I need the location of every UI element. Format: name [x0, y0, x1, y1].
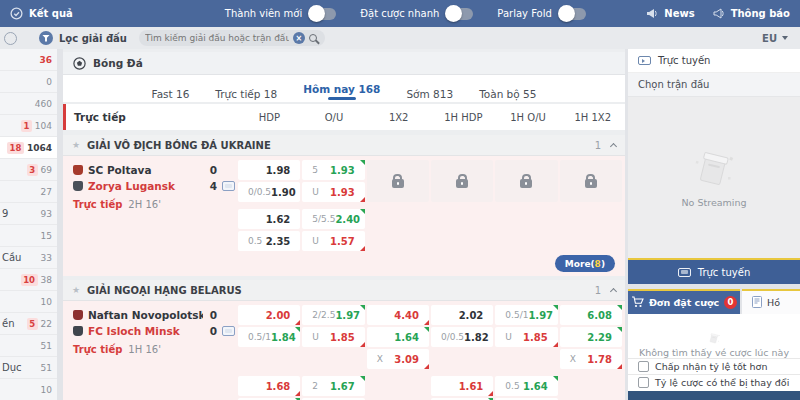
sidebar-sport-item[interactable]: 0 [0, 71, 57, 93]
more-label: More( [565, 259, 595, 269]
sidebar-sport-item[interactable]: 15 [0, 225, 57, 247]
collapse-chevron-icon[interactable] [611, 286, 616, 294]
match-tab[interactable]: Hôm nay 168 [303, 83, 380, 102]
accept-better-odds-checkbox[interactable]: Chấp nhận tỷ lệ tốt hơn [628, 358, 800, 374]
new-member-toggle[interactable] [310, 8, 336, 20]
betslip-tab[interactable]: Đơn đặt cược 0 [628, 289, 740, 314]
odds-column [559, 159, 623, 203]
clear-search-icon[interactable] [293, 32, 305, 44]
filter-league-label[interactable]: Lọc giải đấu [59, 33, 127, 44]
odds-may-change-checkbox[interactable]: Tỷ lệ cược có thể bị thay đổi [628, 374, 800, 390]
sidebar-sport-item[interactable]: 10 [0, 379, 57, 400]
odds-column [494, 208, 558, 252]
odds-value: 1.62 [266, 214, 301, 225]
search-icon[interactable] [309, 34, 317, 42]
favorite-star-icon[interactable] [72, 285, 80, 295]
sidebar-sport-item[interactable]: 369 [0, 159, 57, 181]
chevron-down-icon [782, 36, 788, 40]
sidebar-sport-item[interactable]: 51 [0, 335, 57, 357]
odds-block: 1.980/0.51.9051.93U1.93 [237, 159, 623, 203]
odds-cell[interactable]: 2/2.51.97 [302, 305, 364, 325]
sidebar-sport-item[interactable]: 181064 [0, 137, 57, 159]
parlay-fold-toggle[interactable] [560, 8, 586, 20]
odds-cell[interactable]: 0.5/11.97 [495, 305, 557, 325]
odds-cell[interactable]: 1.61 [431, 376, 493, 396]
odds-cell[interactable]: 0.52.35 [238, 231, 300, 251]
sidebar-sport-item[interactable]: 1038 [0, 269, 57, 291]
search-input[interactable] [145, 33, 289, 43]
odds-value: 2.00 [266, 310, 301, 321]
odds-cell[interactable]: U1.85 [302, 327, 364, 347]
league-header[interactable]: GIẢI VÔ ĐỊCH BÓNG ĐÁ UKRAINE1 [63, 135, 625, 156]
odds-cell[interactable]: 2.02 [431, 305, 493, 325]
odds-cell[interactable]: 0.5/11.84 [238, 327, 300, 347]
sidebar-sport-item[interactable]: Cầu33 [0, 247, 57, 269]
secondary-tab[interactable]: Hồ [742, 289, 800, 314]
match-tabs: Fast 16Trực tiếp 18Hôm nay 168Sớm 813Toà… [63, 75, 625, 102]
home-crest-icon [73, 165, 83, 175]
sidebar-sport-item[interactable]: ền522 [0, 313, 57, 335]
match-info[interactable]: Naftan Novopolotsk0FC Isloch Minsk0Trực … [65, 304, 237, 400]
live-count-badge: 5 [27, 318, 38, 330]
odds-cell[interactable]: U1.93 [302, 182, 364, 202]
odds-line: 0.5 [495, 381, 523, 391]
odds-cell[interactable]: 4.40 [367, 305, 429, 325]
league-header[interactable]: GIẢI NGOẠI HẠNG BELARUS1 [63, 280, 625, 301]
odds-format-dropdown[interactable]: EU [762, 33, 800, 44]
match-tab[interactable]: Trực tiếp 18 [215, 88, 277, 102]
collapse-chevron-icon[interactable] [611, 141, 616, 149]
sidebar-sport-item[interactable]: 1104 [0, 115, 57, 137]
odds-cell[interactable]: 51.93 [302, 160, 364, 180]
live-tv-icon[interactable] [222, 181, 235, 191]
lock-icon [585, 179, 597, 188]
odds-cell[interactable]: U1.57 [302, 231, 364, 251]
sidebar-sport-item[interactable]: Dục51 [0, 357, 57, 379]
odds-cell[interactable]: 1.68 [238, 376, 300, 396]
odds-line: X [560, 354, 588, 364]
odds-cell[interactable]: 21.67 [302, 376, 364, 396]
favorite-star-icon[interactable] [72, 140, 80, 150]
sport-header: Bóng Đá [63, 52, 625, 75]
odds-cell[interactable]: 2.00 [238, 305, 300, 325]
odds-value: 1.64 [394, 332, 429, 343]
checkbox-icon[interactable] [638, 361, 649, 372]
match-tab[interactable]: Toàn bộ 55 [479, 88, 536, 102]
match-select[interactable]: Chọn trận đấu [628, 73, 800, 97]
odds-cell[interactable]: 0.51.64 [495, 376, 557, 396]
odds-block: 1.6812.1921.67U2.171.610.52.290.51.64U2.… [237, 375, 623, 400]
match-tab[interactable]: Fast 16 [152, 88, 190, 102]
odds-cell[interactable]: 5/5.52.40 [302, 209, 364, 229]
odds-cell[interactable]: X3.09 [367, 349, 429, 369]
match-info[interactable]: SC Poltava0Zorya Lugansk4Trực tiếp2H 16' [65, 159, 237, 274]
live-tv-icon[interactable] [222, 326, 235, 336]
sidebar-sport-item[interactable]: 10 [0, 291, 57, 313]
notice-link[interactable]: Thông báo [713, 8, 790, 19]
odds-cell[interactable]: 0/0.51.82 [431, 327, 493, 347]
stream-button[interactable]: Trực tuyến [628, 258, 800, 284]
news-link[interactable]: News [646, 8, 694, 19]
results-link[interactable]: Kết quả [10, 7, 73, 20]
odds-column: 21.67U2.17 [301, 375, 365, 400]
more-bets-button[interactable]: More(8) [555, 255, 615, 272]
odds-cell[interactable]: 0/0.51.90 [238, 182, 300, 202]
quick-bet-toggle[interactable] [447, 8, 473, 20]
sidebar-sport-item[interactable]: 993 [0, 203, 57, 225]
sidebar-sport-item[interactable]: 27 [0, 181, 57, 203]
odds-cell[interactable]: 1.64 [367, 327, 429, 347]
match-row: Naftan Novopolotsk0FC Isloch Minsk0Trực … [63, 301, 625, 400]
odds-cell[interactable]: 1.62 [238, 209, 300, 229]
sidebar-sport-item[interactable]: 36 [0, 49, 57, 71]
checkbox-icon[interactable] [638, 377, 649, 388]
odds-value: 1.97 [335, 310, 370, 321]
odds-cell[interactable]: X1.78 [560, 349, 622, 369]
odds-cell[interactable]: 6.08 [560, 305, 622, 325]
sport-circle-icon[interactable] [4, 32, 17, 45]
sidebar-sport-item[interactable]: 460 [0, 93, 57, 115]
match-tab[interactable]: Sớm 813 [406, 88, 453, 102]
odds-cell[interactable]: 1.98 [238, 160, 300, 180]
odds-cell[interactable]: U1.85 [495, 327, 557, 347]
search-box[interactable] [139, 30, 325, 46]
match-count: 93 [41, 209, 52, 219]
filter-funnel-icon[interactable] [39, 31, 53, 45]
odds-cell[interactable]: 2.29 [560, 327, 622, 347]
